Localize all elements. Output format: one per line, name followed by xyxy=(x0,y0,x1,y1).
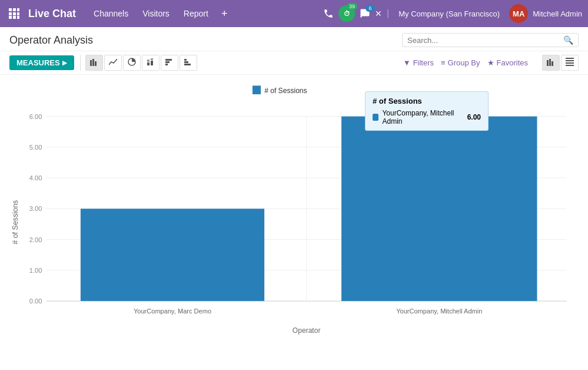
favorites-button[interactable]: ★ Favorites xyxy=(487,58,528,67)
svg-rect-6 xyxy=(9,16,12,19)
svg-rect-1 xyxy=(13,8,16,11)
username: Mitchell Admin xyxy=(533,9,582,18)
groupby-button[interactable]: ≡ Group By xyxy=(441,58,480,67)
svg-rect-22 xyxy=(184,61,188,63)
timer-icon[interactable]: ⏱ 39 xyxy=(338,5,355,22)
chart-view-button[interactable] xyxy=(542,55,560,71)
svg-rect-7 xyxy=(13,16,16,19)
svg-rect-30 xyxy=(566,65,574,66)
app-title: Live Chat xyxy=(28,8,76,20)
svg-rect-8 xyxy=(17,16,19,19)
svg-rect-11 xyxy=(95,61,97,66)
svg-rect-15 xyxy=(147,60,150,62)
tooltip-row-value: 6.00 xyxy=(467,113,481,121)
svg-rect-3 xyxy=(9,12,12,15)
close-icon[interactable]: ✕ xyxy=(375,9,382,18)
svg-rect-23 xyxy=(184,64,191,65)
svg-text:Operator: Operator xyxy=(293,326,321,335)
grid-menu-icon[interactable] xyxy=(6,5,22,22)
tooltip-title: # of Sessions xyxy=(373,97,481,105)
search-bar[interactable]: 🔍 xyxy=(402,33,579,47)
svg-rect-20 xyxy=(165,59,172,61)
svg-text:6.00: 6.00 xyxy=(29,113,42,120)
filters-button[interactable]: ▼ Filters xyxy=(403,58,434,67)
svg-text:# of Sessions: # of Sessions xyxy=(264,87,307,95)
line-chart-button[interactable] xyxy=(104,55,122,71)
tooltip-color-icon xyxy=(373,114,378,121)
svg-rect-9 xyxy=(90,60,92,66)
measures-arrow-icon: ▶ xyxy=(62,60,67,66)
star-icon: ★ xyxy=(487,58,494,67)
nav-menu: Channels Visitors Report + xyxy=(88,6,321,21)
svg-rect-2 xyxy=(17,8,19,11)
nav-divider: | xyxy=(387,8,389,19)
search-input[interactable] xyxy=(407,36,563,45)
svg-rect-19 xyxy=(165,61,170,63)
svg-rect-27 xyxy=(566,58,574,59)
svg-rect-5 xyxy=(17,12,19,15)
measures-button[interactable]: MEASURES ▶ xyxy=(9,55,74,70)
top-navigation: Live Chat Channels Visitors Report + ⏱ 3… xyxy=(0,0,588,27)
chart-type-buttons xyxy=(80,55,197,71)
tooltip-row-label: YourCompany, Mitchell Admin xyxy=(382,109,463,125)
nav-report[interactable]: Report xyxy=(178,6,214,21)
svg-rect-0 xyxy=(9,8,12,11)
list-view-button[interactable] xyxy=(561,55,579,71)
nav-plus[interactable]: + xyxy=(217,6,232,21)
svg-rect-14 xyxy=(147,62,150,65)
phone-icon[interactable] xyxy=(323,8,334,19)
message-icon[interactable]: 6 xyxy=(360,8,370,19)
svg-rect-21 xyxy=(184,59,187,61)
subheader: Operator Analysis 🔍 xyxy=(0,27,588,51)
sort-asc-button[interactable] xyxy=(161,55,178,71)
pie-chart-button[interactable] xyxy=(123,55,141,71)
nav-visitors[interactable]: Visitors xyxy=(137,6,175,21)
svg-text:1.00: 1.00 xyxy=(29,267,42,274)
svg-rect-16 xyxy=(151,61,153,65)
nav-channels[interactable]: Channels xyxy=(88,6,134,21)
timer-badge: 39 xyxy=(347,3,357,10)
chart-svg: # of Sessions # of Sessions 6.00 5.00 4.… xyxy=(9,81,579,358)
svg-text:5.00: 5.00 xyxy=(29,144,42,151)
toolbar: MEASURES ▶ ▼ Filters ≡ Group By xyxy=(0,51,588,75)
search-icon: 🔍 xyxy=(563,35,573,45)
svg-rect-24 xyxy=(547,60,549,66)
company-name[interactable]: My Company (San Francisco) xyxy=(398,9,500,18)
bar-marc-demo[interactable] xyxy=(81,209,264,301)
groupby-icon: ≡ xyxy=(441,58,446,67)
svg-rect-25 xyxy=(549,59,551,66)
svg-text:3.00: 3.00 xyxy=(29,205,42,212)
chart-area: # of Sessions # of Sessions 6.00 5.00 4.… xyxy=(0,75,588,364)
filter-area: ▼ Filters ≡ Group By ★ Favorites xyxy=(403,55,579,71)
filter-icon: ▼ xyxy=(403,58,411,67)
svg-rect-26 xyxy=(552,61,553,66)
svg-rect-29 xyxy=(566,62,574,64)
svg-text:YourCompany, Marc Demo: YourCompany, Marc Demo xyxy=(134,308,211,315)
tooltip-row: YourCompany, Mitchell Admin 6.00 xyxy=(373,109,481,125)
page-title: Operator Analysis xyxy=(9,34,402,47)
view-buttons xyxy=(542,55,579,71)
svg-text:4.00: 4.00 xyxy=(29,174,42,181)
stack-chart-button[interactable] xyxy=(142,55,160,71)
avatar[interactable]: MA xyxy=(509,4,528,23)
sort-desc-button[interactable] xyxy=(180,55,197,71)
message-badge: 6 xyxy=(366,5,375,12)
svg-text:2.00: 2.00 xyxy=(29,236,42,243)
svg-rect-28 xyxy=(566,60,574,61)
topnav-icons: ⏱ 39 6 ✕ | My Company (San Francisco) MA… xyxy=(323,4,582,23)
chart-tooltip: # of Sessions YourCompany, Mitchell Admi… xyxy=(365,91,489,131)
svg-text:0.00: 0.00 xyxy=(29,298,42,305)
svg-rect-10 xyxy=(92,59,94,66)
svg-rect-31 xyxy=(253,85,261,94)
bar-chart-button[interactable] xyxy=(85,55,103,71)
svg-rect-17 xyxy=(151,58,153,60)
svg-text:YourCompany, Mitchell Admin: YourCompany, Mitchell Admin xyxy=(396,308,482,315)
svg-rect-4 xyxy=(13,12,16,15)
bar-mitchell-admin[interactable] xyxy=(341,117,537,301)
svg-text:# of Sessions: # of Sessions xyxy=(11,200,19,245)
svg-rect-18 xyxy=(165,64,168,65)
